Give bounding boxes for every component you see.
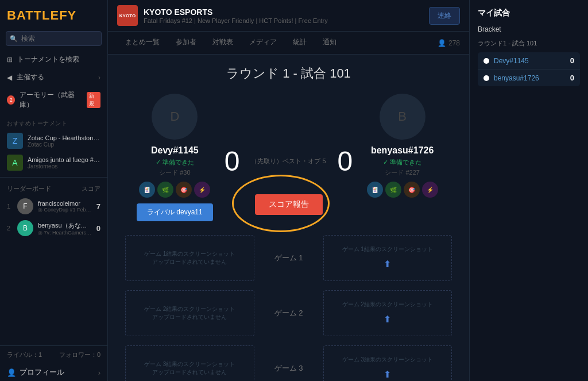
leaderboard-label: リーダーボード xyxy=(7,184,51,193)
player1-heroes: 🃏 🌿 🎯 ⚡ xyxy=(139,182,210,198)
match-area: ラウンド 1 - 試合 101 D Devy#1145 ✓ 準備できた シード … xyxy=(108,55,469,381)
player2-avatar: B xyxy=(380,94,425,140)
check-icon-2: ✓ xyxy=(383,159,388,166)
player1-section: D Devy#1145 ✓ 準備できた シード #30 🃏 🌿 🎯 ⚡ ライバル… xyxy=(125,94,225,221)
sidebar-tournament-amigos[interactable]: A Amigos junto al fuego #19 … Jarstorneo… xyxy=(0,152,107,174)
tab-overview[interactable]: まとめ一覧 xyxy=(117,32,168,54)
score-report-wrapper: スコア報告 xyxy=(255,186,323,215)
player1-name: Devy#1145 xyxy=(151,145,199,156)
sidebar-item-armory[interactable]: 2 アーモリー（武器庫） 新規 xyxy=(0,86,107,114)
leaderboard-entry-2[interactable]: 2 B benyasu（あなた） ◎ 7v: HearthGamersOup .… xyxy=(0,217,107,239)
player1-ready: ✓ 準備できた xyxy=(156,158,194,167)
right-panel-title: マイ試合 xyxy=(478,8,580,18)
game-row-3: ゲーム 3結果のスクリーンショットアップロードされていません ゲーム 3 ゲーム… xyxy=(125,343,452,381)
contact-button[interactable]: 連絡 xyxy=(429,7,460,25)
tournament-sub: Jarstorneos xyxy=(28,163,100,170)
leaderboard-score-label: スコア xyxy=(82,184,100,193)
sidebar-item-host[interactable]: ◀ 主催する › xyxy=(0,68,107,86)
avatar-2: B xyxy=(17,220,33,236)
player2-section: B benyasu#1726 ✓ 準備できた シード #227 🃏 🌿 🎯 ⚡ xyxy=(353,94,452,203)
tournament-text-amigos: Amigos junto al fuego #19 … Jarstorneos xyxy=(28,156,100,170)
game1-label: ゲーム 1 xyxy=(254,253,323,263)
bracket-player2-score: 0 xyxy=(570,74,574,82)
profile-label: プロフィール xyxy=(20,367,64,378)
sidebar-item-label: アーモリー（武器庫） xyxy=(20,90,82,110)
profile-link[interactable]: 👤 プロフィール › xyxy=(0,364,107,381)
player2-dot xyxy=(483,75,489,81)
game2-label: ゲーム 2 xyxy=(254,308,323,318)
game2-left-screenshot[interactable]: ゲーム 2結果のスクリーンショットアップロードされていません xyxy=(125,290,254,336)
grid-icon: ⊞ xyxy=(7,56,13,64)
player2-seed: シード #227 xyxy=(385,168,420,177)
rival-label: ライバル：1 xyxy=(7,351,42,359)
sidebar-bottom-stats: ライバル：1 フォロワー：0 xyxy=(0,345,107,364)
tournament-name: Zotac Cup - Hearthstone (… xyxy=(28,134,100,141)
lb-name-1: franciscoleimor xyxy=(38,200,92,207)
search-container: 🔍 xyxy=(6,31,102,46)
people-icon: 👤 xyxy=(438,39,446,47)
player1-seed: シード #30 xyxy=(159,168,190,177)
tournament-description: Fatal Fridays #12 | New Player Friendly … xyxy=(144,17,429,24)
games-area: ゲーム 1結果のスクリーンショットアップロードされていません ゲーム 1 ゲーム… xyxy=(108,227,469,381)
upload-icon-2: ⬆ xyxy=(384,313,391,326)
leaderboard-info-2: benyasu（あなた） ◎ 7v: HearthGamersOup ... xyxy=(38,221,92,236)
score-info: （先取り）ベスト・オブ 5 xyxy=(251,157,326,166)
bracket-player2-name[interactable]: benyasu#1726 xyxy=(494,74,566,82)
leaderboard-header: リーダーボード スコア xyxy=(0,181,107,195)
logo-highlight: FY xyxy=(59,8,76,22)
tournament-sub: Zotac Cup xyxy=(28,141,100,148)
right-panel: マイ試合 Bracket ラウンド1 - 試合 101 Devy#1145 0 … xyxy=(469,0,588,381)
nav-tabs: まとめ一覧 参加者 対戦表 メディア 統計 通知 👤 278 xyxy=(108,32,469,55)
game2-right-screenshot[interactable]: ゲーム 2結果のスクリーンショット ⬆ xyxy=(323,290,452,336)
back-icon: ◀ xyxy=(7,74,12,82)
bracket-player1-name[interactable]: Devy#1145 xyxy=(494,57,566,65)
tournament-icon-zotac: Z xyxy=(7,133,23,149)
app-logo: BATTLEFY xyxy=(0,0,107,29)
lb-score-2: 0 xyxy=(96,224,100,233)
sidebar-tournament-zotac[interactable]: Z Zotac Cup - Hearthstone (… Zotac Cup xyxy=(0,130,107,152)
p2-hero-icon-4: ⚡ xyxy=(422,182,438,198)
score-section: 0 （先取り）ベスト・オブ 5 0 スコア報告 xyxy=(225,94,353,215)
tab-notifications[interactable]: 通知 xyxy=(315,32,345,54)
sidebar: BATTLEFY 🔍 ⊞ トーナメントを検索 ◀ 主催する › 2 アーモリー（… xyxy=(0,0,108,381)
tournament-header: KYOTO KYOTO ESPORTS Fatal Fridays #12 | … xyxy=(108,0,469,32)
search-input[interactable] xyxy=(6,31,102,46)
tab-stats[interactable]: 統計 xyxy=(285,32,315,54)
sidebar-item-find-tournament[interactable]: ⊞ トーナメントを検索 xyxy=(0,51,107,68)
score-display: 0 （先取り）ベスト・オブ 5 0 xyxy=(225,145,353,177)
hero-icon-3: 🎯 xyxy=(176,182,192,198)
bracket-label: Bracket xyxy=(478,25,580,33)
p2-hero-icon-1: 🃏 xyxy=(367,182,383,198)
p2-hero-icon-3: 🎯 xyxy=(404,182,420,198)
game3-right-screenshot[interactable]: ゲーム 3結果のスクリーンショット ⬆ xyxy=(323,345,452,381)
tab-matches[interactable]: 対戦表 xyxy=(204,32,241,54)
leaderboard-entry-1[interactable]: 1 F franciscoleimor ◎ ConeyDup #1 Febrer… xyxy=(0,195,107,217)
bracket-round-label: ラウンド1 - 試合 101 xyxy=(478,39,580,48)
player1-dot xyxy=(483,58,489,64)
avatar-1: F xyxy=(17,198,33,214)
score-report-button[interactable]: スコア報告 xyxy=(255,194,323,215)
game3-left-screenshot[interactable]: ゲーム 3結果のスクリーンショットアップロードされていません xyxy=(125,345,254,381)
hero-icon-4: ⚡ xyxy=(194,182,210,198)
main-content: KYOTO KYOTO ESPORTS Fatal Fridays #12 | … xyxy=(108,0,469,381)
game3-label: ゲーム 3 xyxy=(254,363,323,374)
sidebar-item-label: トーナメントを検索 xyxy=(17,55,79,64)
rival-button[interactable]: ライバル devya11 xyxy=(137,203,213,221)
bracket-match: Devy#1145 0 benyasu#1726 0 xyxy=(478,52,580,86)
player2-score: 0 xyxy=(338,145,353,177)
game1-left-screenshot[interactable]: ゲーム 1結果のスクリーンショットアップロードされていません xyxy=(125,235,254,281)
hero-icon-1: 🃏 xyxy=(139,182,155,198)
leaderboard-info-1: franciscoleimor ◎ ConeyDup #1 Febrero xyxy=(38,200,92,213)
match-players: D Devy#1145 ✓ 準備できた シード #30 🃏 🌿 🎯 ⚡ ライバル… xyxy=(108,88,469,227)
tournament-title: KYOTO ESPORTS xyxy=(144,7,429,17)
game1-right-screenshot[interactable]: ゲーム 1結果のスクリーンショット ⬆ xyxy=(323,235,452,281)
upload-icon-3: ⬆ xyxy=(384,368,391,381)
lb-score-1: 7 xyxy=(96,202,100,211)
rank-2: 2 xyxy=(7,225,13,232)
tab-media[interactable]: メディア xyxy=(241,32,285,54)
divider xyxy=(0,177,107,178)
tab-participants[interactable]: 参加者 xyxy=(168,32,204,54)
person-icon: 👤 xyxy=(7,368,16,377)
participants-count: 👤 278 xyxy=(438,39,460,47)
bracket-player1-score: 0 xyxy=(570,56,574,65)
